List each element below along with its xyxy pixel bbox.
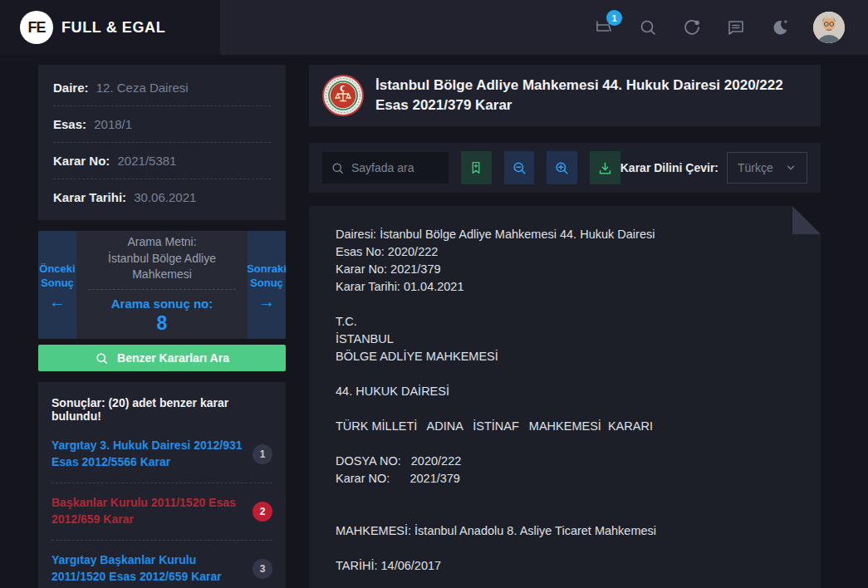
- document-toolbar: Karar Dilini Çevir: Türkçe: [309, 143, 821, 193]
- document-line: Karar No: 2021/379: [336, 261, 794, 278]
- language-selected-value: Türkçe: [738, 161, 773, 174]
- result-rank-badge: 1: [253, 444, 272, 464]
- case-info-row: Daire: 12. Ceza Dairesi: [53, 70, 271, 106]
- result-link[interactable]: Yargıtay 3. Hukuk Dairesi 2012/931 Esas …: [51, 437, 243, 470]
- document-line: 44. HUKUK DAİRESİ: [336, 383, 794, 400]
- document-line: T.C.: [336, 313, 794, 331]
- result-number-label: Arama sonuç no:: [111, 296, 213, 311]
- previous-result-button[interactable]: Önceki Sonuç ←: [38, 231, 76, 339]
- brand[interactable]: FE FULL & EGAL: [0, 0, 220, 55]
- zoom-out-button[interactable]: [504, 151, 535, 184]
- document-line: TARİHİ: 14/06/2017: [336, 557, 794, 575]
- navbar-icons: 1: [593, 12, 868, 43]
- document-line: [336, 296, 794, 313]
- document-line: MAHKEMESİ: İstanbul Anadolu 8. Asliye Ti…: [336, 522, 794, 540]
- result-item[interactable]: Yargıtay Başkanlar Kurulu 2011/1520 Esas…: [51, 541, 272, 588]
- chevron-down-icon: [785, 162, 797, 174]
- case-info-row: Karar No: 2021/5381: [53, 143, 271, 179]
- find-similar-label: Benzer Kararları Ara: [117, 351, 229, 365]
- case-info-value: 12. Ceza Dairesi: [96, 81, 189, 95]
- next-result-label: Sonraki Sonuç: [247, 262, 287, 290]
- page-search-input[interactable]: [351, 161, 440, 174]
- top-navbar: FE FULL & EGAL 1: [0, 0, 868, 55]
- case-info-label: Karar Tarihi:: [53, 190, 126, 204]
- cart-badge: 1: [606, 10, 622, 26]
- document-line: Karar NO: 2021/379: [336, 470, 794, 488]
- bookmark-add-button[interactable]: [461, 151, 492, 184]
- decision-header-panel: İstanbul Bölge Adliye Mahkemesi 44. Huku…: [309, 65, 821, 126]
- result-rank-badge: 3: [253, 559, 272, 579]
- court-emblem-icon: [322, 75, 364, 116]
- document-line: [336, 488, 794, 505]
- case-info-panel: Daire: 12. Ceza Dairesi Esas: 2018/1 Kar…: [38, 65, 286, 220]
- case-info-value: 30.06.2021: [134, 190, 196, 204]
- notifications-icon[interactable]: [681, 17, 703, 38]
- results-header: Sonuçlar: (20) adet benzer karar bulundu…: [51, 384, 272, 426]
- bookmark-add-icon: [468, 160, 483, 175]
- case-info-label: Daire:: [53, 81, 89, 95]
- search-icon[interactable]: [637, 17, 659, 38]
- page-body: Daire: 12. Ceza Dairesi Esas: 2018/1 Kar…: [0, 55, 868, 588]
- document-line: [336, 435, 794, 453]
- case-info-row: Esas: 2018/1: [53, 106, 271, 143]
- document-line: [336, 365, 794, 383]
- results-list: Yargıtay 3. Hukuk Dairesi 2012/931 Esas …: [51, 426, 272, 588]
- case-info-value: 2021/5381: [118, 154, 177, 168]
- language-select[interactable]: Türkçe: [727, 152, 807, 184]
- case-info-label: Karar No:: [53, 154, 110, 168]
- cart-icon[interactable]: 1: [593, 17, 615, 38]
- sidebar: Daire: 12. Ceza Dairesi Esas: 2018/1 Kar…: [38, 65, 286, 588]
- brand-name: FULL & EGAL: [61, 19, 165, 37]
- document-line: [336, 540, 794, 557]
- messages-icon[interactable]: [725, 17, 747, 38]
- translate-control: Karar Dilini Çevir: Türkçe: [620, 152, 807, 184]
- document-line: İSTANBUL: [336, 331, 794, 348]
- zoom-in-icon: [554, 160, 570, 176]
- similar-results-panel: Sonuçlar: (20) adet benzer karar bulundu…: [38, 382, 286, 588]
- search-result-navigator: Önceki Sonuç ← Arama Metni: İstanbul Böl…: [38, 231, 286, 339]
- document-line: [336, 400, 794, 418]
- case-info-value: 2018/1: [94, 117, 132, 131]
- main-content: İstanbul Bölge Adliye Mahkemesi 44. Huku…: [309, 65, 821, 588]
- result-item[interactable]: Yargıtay 3. Hukuk Dairesi 2012/931 Esas …: [51, 426, 272, 483]
- previous-result-label: Önceki Sonuç: [38, 262, 76, 290]
- logo-monogram: FE: [27, 19, 45, 37]
- case-info-label: Esas:: [53, 117, 86, 131]
- result-link[interactable]: Başkanlar Kurulu 2011/1520 Esas 2012/659…: [51, 494, 243, 527]
- dark-mode-icon[interactable]: [769, 17, 791, 38]
- result-rank-badge: 2: [253, 502, 272, 522]
- zoom-in-button[interactable]: [547, 151, 577, 184]
- brand-logo-icon: FE: [20, 11, 53, 44]
- zoom-out-icon: [512, 160, 527, 176]
- document-line: TÜRK MİLLETİ ADINA İSTİNAF MAHKEMESİ KAR…: [336, 418, 794, 435]
- query-text: İstanbul Bölge Adliye Mahkemesi: [88, 251, 236, 282]
- find-similar-decisions-button[interactable]: Benzer Kararları Ara: [38, 345, 286, 371]
- result-number-value: 8: [157, 312, 168, 335]
- document-text: Dairesi: İstanbul Bölge Adliye Mahkemesi…: [336, 226, 794, 575]
- avatar[interactable]: [813, 12, 845, 43]
- document-line: DOSYA NO: 2020/222: [336, 453, 794, 470]
- search-query-info: Arama Metni: İstanbul Bölge Adliye Mahke…: [76, 231, 248, 339]
- search-icon: [331, 161, 345, 175]
- search-icon: [95, 351, 109, 365]
- translate-label: Karar Dilini Çevir:: [620, 161, 718, 174]
- arrow-left-icon: ←: [49, 295, 66, 309]
- result-item[interactable]: Başkanlar Kurulu 2011/1520 Esas 2012/659…: [51, 483, 272, 541]
- case-info-row: Karar Tarihi: 30.06.2021: [53, 179, 271, 215]
- query-label: Arama Metni:: [127, 235, 196, 248]
- page-search-box[interactable]: [322, 152, 449, 184]
- decision-title: İstanbul Bölge Adliye Mahkemesi 44. Huku…: [375, 76, 807, 115]
- download-button[interactable]: [590, 151, 620, 184]
- arrow-right-icon: →: [258, 295, 275, 309]
- download-icon: [597, 160, 613, 176]
- document-line: BÖLGE ADLİYE MAHKEMESİ: [336, 348, 794, 365]
- decision-document: Dairesi: İstanbul Bölge Adliye Mahkemesi…: [309, 206, 821, 588]
- result-link[interactable]: Yargıtay Başkanlar Kurulu 2011/1520 Esas…: [51, 551, 243, 585]
- document-line: Dairesi: İstanbul Bölge Adliye Mahkemesi…: [336, 226, 794, 243]
- next-result-button[interactable]: Sonraki Sonuç →: [248, 231, 286, 339]
- divider: [88, 289, 236, 290]
- document-line: Karar Tarihi: 01.04.2021: [336, 278, 794, 296]
- document-line: [336, 505, 794, 522]
- document-line: Esas No: 2020/222: [336, 243, 794, 261]
